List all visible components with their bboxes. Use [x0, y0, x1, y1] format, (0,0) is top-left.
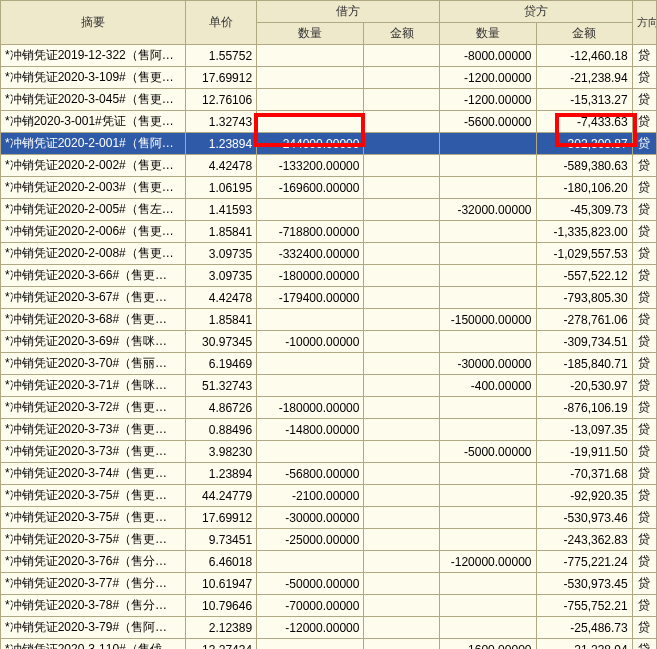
credit-amt-cell: -45,309.73 [536, 199, 632, 221]
table-row[interactable]: *冲销凭证2020-3-71#（售咪…51.32743-400.00000-20… [1, 375, 657, 397]
debit-amt-cell [364, 463, 440, 485]
price-cell: 2.12389 [186, 617, 257, 639]
debit-amt-cell [364, 485, 440, 507]
table-row[interactable]: *冲销凭证2020-3-70#（售丽…6.19469-30000.00000-1… [1, 353, 657, 375]
price-cell: 13.27434 [186, 639, 257, 650]
header-debit-qty[interactable]: 数量 [257, 23, 364, 45]
debit-amt-cell [364, 617, 440, 639]
table-row[interactable]: *冲销凭证2020-3-74#（售更…1.23894-56800.00000-7… [1, 463, 657, 485]
debit-qty-cell: -180000.00000 [257, 397, 364, 419]
price-cell: 10.61947 [186, 573, 257, 595]
dir-cell: 贷 [632, 199, 656, 221]
table-row[interactable]: *冲销凭证2020-3-110#（售伐…13.27434-1600.00000-… [1, 639, 657, 650]
dir-cell: 贷 [632, 463, 656, 485]
table-row[interactable]: *冲销凭证2020-3-73#（售更…0.88496-14800.00000-1… [1, 419, 657, 441]
price-cell: 1.23894 [186, 463, 257, 485]
credit-qty-cell: -120000.00000 [440, 551, 536, 573]
dir-cell: 贷 [632, 485, 656, 507]
summary-cell: *冲销凭证2020-3-74#（售更… [1, 463, 186, 485]
table-row[interactable]: *冲销凭证2020-3-045#（售更…12.76106-1200.00000-… [1, 89, 657, 111]
dir-cell: 贷 [632, 419, 656, 441]
table-row[interactable]: *冲销凭证2020-3-75#（售更…44.24779-2100.00000-9… [1, 485, 657, 507]
summary-cell: *冲销凭证2020-3-109#（售更… [1, 67, 186, 89]
header-debit[interactable]: 借方 [257, 1, 440, 23]
dir-cell: 贷 [632, 309, 656, 331]
summary-cell: *冲销凭证2020-3-71#（售咪… [1, 375, 186, 397]
table-row[interactable]: *冲销凭证2020-3-72#（售更…4.86726-180000.00000-… [1, 397, 657, 419]
price-cell: 9.73451 [186, 529, 257, 551]
header-credit-amt[interactable]: 金额 [536, 23, 632, 45]
table-row[interactable]: *冲销凭证2020-2-003#（售更…1.06195-169600.00000… [1, 177, 657, 199]
dir-cell: 贷 [632, 595, 656, 617]
credit-qty-cell [440, 463, 536, 485]
dir-cell: 贷 [632, 111, 656, 133]
credit-qty-cell: -8000.00000 [440, 45, 536, 67]
summary-cell: *冲销凭证2020-3-78#（售分… [1, 595, 186, 617]
debit-qty-cell: -332400.00000 [257, 243, 364, 265]
credit-amt-cell: -20,530.97 [536, 375, 632, 397]
debit-amt-cell [364, 199, 440, 221]
summary-cell: *冲销凭证2020-3-72#（售更… [1, 397, 186, 419]
table-row[interactable]: *冲销凭证2020-3-75#（售更…17.69912-30000.00000-… [1, 507, 657, 529]
debit-amt-cell [364, 155, 440, 177]
debit-qty-cell: -30000.00000 [257, 507, 364, 529]
table-row[interactable]: *冲销凭证2020-3-109#（售更…17.69912-1200.00000-… [1, 67, 657, 89]
debit-qty-cell: -56800.00000 [257, 463, 364, 485]
header-dir[interactable]: 方向 [632, 1, 656, 45]
table-row[interactable]: *冲销凭证2020-3-79#（售阿…2.12389-12000.00000-2… [1, 617, 657, 639]
debit-amt-cell [364, 331, 440, 353]
credit-qty-cell [440, 419, 536, 441]
table-row[interactable]: *冲销凭证2020-2-001#（售阿…1.23894-244000.00000… [1, 133, 657, 155]
dir-cell: 贷 [632, 89, 656, 111]
debit-qty-cell [257, 353, 364, 375]
table-row[interactable]: *冲销凭证2019-12-322（售阿…1.55752-8000.00000-1… [1, 45, 657, 67]
table-row[interactable]: *冲销凭证2020-3-73#（售更…3.98230-5000.00000-19… [1, 441, 657, 463]
table-row[interactable]: *冲销凭证2020-3-76#（售分…6.46018-120000.00000-… [1, 551, 657, 573]
table-row[interactable]: *冲销凭证2020-3-66#（售更…3.09735-180000.00000-… [1, 265, 657, 287]
debit-qty-cell [257, 551, 364, 573]
credit-qty-cell [440, 265, 536, 287]
table-row[interactable]: *冲销凭证2020-3-67#（售更…4.42478-179400.00000-… [1, 287, 657, 309]
header-credit[interactable]: 贷方 [440, 1, 632, 23]
table-row[interactable]: *冲销2020-3-001#凭证（售更…1.32743-5600.00000-7… [1, 111, 657, 133]
summary-cell: *冲销凭证2019-12-322（售阿… [1, 45, 186, 67]
debit-amt-cell [364, 67, 440, 89]
credit-amt-cell: -589,380.63 [536, 155, 632, 177]
debit-qty-cell [257, 89, 364, 111]
debit-amt-cell [364, 177, 440, 199]
table-row[interactable]: *冲销凭证2020-3-68#（售更…1.85841-150000.00000-… [1, 309, 657, 331]
credit-amt-cell: -19,911.50 [536, 441, 632, 463]
price-cell: 30.97345 [186, 331, 257, 353]
summary-cell: *冲销凭证2020-2-008#（售更… [1, 243, 186, 265]
debit-amt-cell [364, 353, 440, 375]
credit-amt-cell: -21,238.94 [536, 67, 632, 89]
table-row[interactable]: *冲销凭证2020-3-75#（售更…9.73451-25000.00000-2… [1, 529, 657, 551]
dir-cell: 贷 [632, 331, 656, 353]
summary-cell: *冲销凭证2020-3-77#（售分… [1, 573, 186, 595]
header-summary[interactable]: 摘要 [1, 1, 186, 45]
credit-qty-cell: -5000.00000 [440, 441, 536, 463]
debit-qty-cell: -50000.00000 [257, 573, 364, 595]
credit-amt-cell: -180,106.20 [536, 177, 632, 199]
price-cell: 1.41593 [186, 199, 257, 221]
table-row[interactable]: *冲销凭证2020-3-77#（售分…10.61947-50000.00000-… [1, 573, 657, 595]
table-row[interactable]: *冲销凭证2020-2-005#（售左…1.41593-32000.00000-… [1, 199, 657, 221]
dir-cell: 贷 [632, 573, 656, 595]
debit-amt-cell [364, 595, 440, 617]
credit-amt-cell: -185,840.71 [536, 353, 632, 375]
debit-amt-cell [364, 551, 440, 573]
table-row[interactable]: *冲销凭证2020-2-006#（售更…1.85841-718800.00000… [1, 221, 657, 243]
table-row[interactable]: *冲销凭证2020-2-002#（售更…4.42478-133200.00000… [1, 155, 657, 177]
price-cell: 4.42478 [186, 155, 257, 177]
summary-cell: *冲销凭证2020-3-76#（售分… [1, 551, 186, 573]
table-row[interactable]: *冲销凭证2020-3-78#（售分…10.79646-70000.00000-… [1, 595, 657, 617]
debit-amt-cell [364, 419, 440, 441]
header-debit-amt[interactable]: 金额 [364, 23, 440, 45]
header-price[interactable]: 单价 [186, 1, 257, 45]
debit-amt-cell [364, 309, 440, 331]
header-credit-qty[interactable]: 数量 [440, 23, 536, 45]
debit-qty-cell [257, 309, 364, 331]
table-row[interactable]: *冲销凭证2020-3-69#（售咪…30.97345-10000.00000-… [1, 331, 657, 353]
table-row[interactable]: *冲销凭证2020-2-008#（售更…3.09735-332400.00000… [1, 243, 657, 265]
credit-amt-cell: -302,300.87 [536, 133, 632, 155]
